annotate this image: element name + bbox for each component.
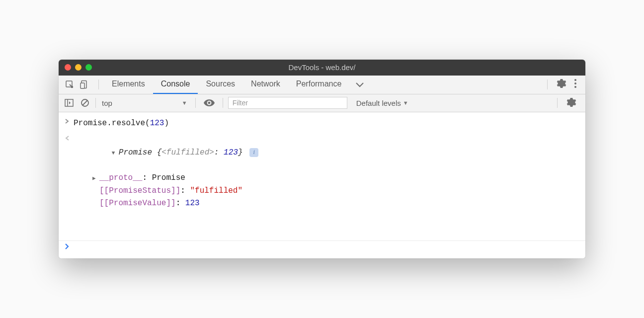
tab-sources[interactable]: Sources [198, 76, 243, 94]
promise-state: <fulfilled> [161, 148, 214, 157]
close-button[interactable] [65, 64, 71, 71]
property-key: [[PromiseValue]] [99, 199, 176, 208]
live-expression-icon[interactable] [204, 97, 215, 108]
expand-arrow-icon[interactable]: ▶ [92, 174, 99, 183]
more-options-icon[interactable] [570, 79, 580, 90]
property-value: 123 [185, 199, 200, 208]
object-property-row[interactable]: [[PromiseStatus]]: "fulfilled" [74, 185, 579, 198]
tab-performance[interactable]: Performance [288, 76, 350, 94]
output-content: ▼Promise {<fulfilled>: 123} i ▶__proto__… [74, 134, 579, 236]
input-marker-icon [65, 117, 74, 128]
tab-network[interactable]: Network [243, 76, 288, 94]
dropdown-caret-icon: ▼ [182, 100, 187, 106]
object-class: Promise [119, 148, 152, 157]
tab-bar: ElementsConsoleSourcesNetworkPerformance [104, 76, 349, 94]
property-value: Promise [152, 173, 185, 182]
toolbar-separator [98, 80, 99, 89]
toggle-sidebar-icon[interactable] [64, 97, 75, 108]
toolbar-separator [557, 98, 558, 108]
titlebar: DevTools - web.dev/ [59, 60, 585, 76]
log-levels-selector[interactable]: Default levels ▼ [356, 99, 408, 107]
svg-point-4 [574, 82, 576, 84]
toolbar-separator [223, 98, 223, 108]
toolbar-separator [195, 98, 196, 108]
console-output-row: ▼Promise {<fulfilled>: 123} i ▶__proto__… [59, 132, 585, 238]
promise-value: 123 [224, 148, 238, 157]
clear-console-icon[interactable] [80, 97, 90, 108]
console-settings-icon[interactable] [563, 97, 580, 109]
prompt-marker-icon [65, 243, 74, 253]
svg-line-9 [82, 100, 87, 105]
tab-elements[interactable]: Elements [104, 76, 153, 94]
property-key: [[PromiseStatus]] [99, 186, 180, 195]
minimize-button[interactable] [75, 64, 81, 71]
maximize-button[interactable] [85, 64, 92, 71]
inspect-element-icon[interactable] [64, 79, 76, 90]
input-code: Promise.resolve(123) [74, 117, 579, 130]
property-value: "fulfilled" [190, 186, 242, 195]
svg-point-5 [574, 86, 576, 88]
object-property-row[interactable]: ▶__proto__: Promise [74, 172, 579, 185]
object-property-row[interactable]: [[PromiseValue]]: 123 [74, 197, 579, 210]
console-prompt-row[interactable] [59, 241, 585, 255]
traffic-lights [65, 64, 92, 71]
dropdown-caret-icon: ▼ [403, 100, 408, 106]
toolbar-separator [95, 98, 96, 108]
main-toolbar: ElementsConsoleSourcesNetworkPerformance [59, 76, 585, 94]
devtools-window: DevTools - web.dev/ ElementsConsoleSourc… [59, 60, 585, 258]
filter-input[interactable] [228, 97, 347, 109]
window-title: DevTools - web.dev/ [288, 63, 355, 72]
settings-icon[interactable] [553, 79, 570, 90]
context-label: top [102, 99, 112, 107]
toolbar-separator [547, 80, 548, 89]
device-toolbar-icon[interactable] [79, 79, 90, 90]
svg-point-3 [574, 79, 576, 81]
collapse-arrow-icon[interactable]: ▼ [112, 149, 119, 158]
console-toolbar: top ▼ Default levels ▼ [59, 94, 585, 112]
console-input-row: Promise.resolve(123) [59, 115, 585, 132]
property-key: __proto__ [99, 173, 142, 182]
console-body: Promise.resolve(123) ▼Promise {<fulfille… [59, 112, 585, 258]
log-levels-label: Default levels [356, 99, 401, 107]
more-tabs-button[interactable] [349, 80, 370, 90]
info-badge-icon[interactable]: i [249, 148, 258, 157]
output-marker-icon [65, 134, 74, 145]
context-selector[interactable]: top ▼ [99, 94, 193, 112]
svg-rect-2 [80, 83, 84, 88]
tab-console[interactable]: Console [153, 76, 198, 94]
